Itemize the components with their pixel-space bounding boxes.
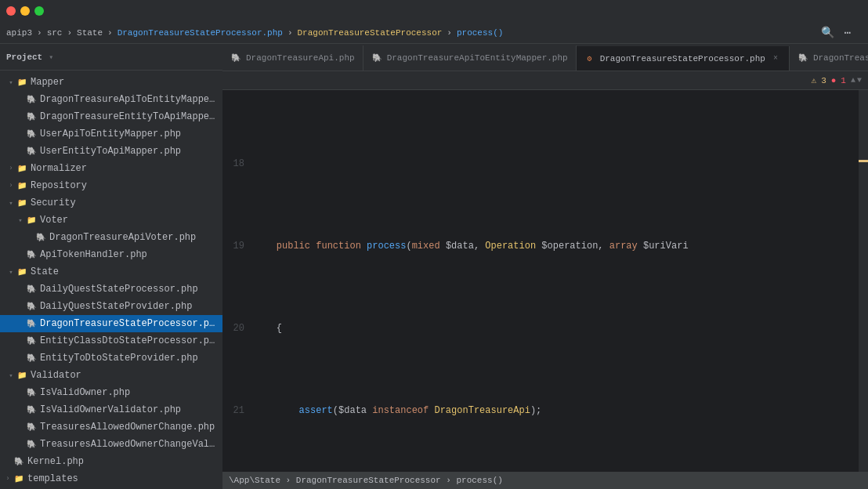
list-item[interactable]: 🐘 EntityToDtoStateProvider.php — [0, 350, 222, 367]
list-item[interactable]: 🐘 DragonTreasureApiToEntityMapper.p — [0, 91, 222, 108]
folder-icon: 📁 — [13, 473, 25, 485]
file-label: UserApiToEntityMapper.php — [40, 129, 181, 139]
list-item[interactable]: 🐘 DragonTreasureEntityToApiMapper.p — [0, 108, 222, 125]
sidebar-item-repository[interactable]: › 📁 Repository — [0, 177, 222, 194]
folder-icon: 📁 — [16, 266, 28, 278]
file-label: EntityClassDtoStateProcessor.php — [40, 335, 219, 346]
navigate-errors[interactable]: ▲ ▼ — [851, 76, 862, 85]
list-item[interactable]: 🐘 UserApiToEntityMapper.php — [0, 125, 222, 143]
tab-entity-mapper[interactable]: 🐘 DragonTreasureApiToEntityMapper.php — [363, 45, 577, 71]
folder-label: Security — [31, 197, 76, 208]
folder-icon: 📁 — [16, 179, 28, 192]
code-editor[interactable]: 18 19 public function process(mixed $dat… — [222, 90, 868, 472]
list-item[interactable]: 🐘 Kernel.php — [0, 453, 222, 470]
error-count: 1 — [841, 76, 846, 85]
sidebar-item-state[interactable]: ▾ 📁 State — [0, 263, 222, 281]
php-icon: 🐘 — [230, 53, 241, 63]
file-label: DailyQuestStateProvider.php — [40, 301, 192, 312]
tab-bar: 🐘 DragonTreasureApi.php 🐘 DragonTreasure… — [222, 44, 868, 71]
tab-dragon-api[interactable]: 🐘 DragonTreasureApi.php — [222, 45, 363, 71]
folder-icon: 📁 — [25, 214, 38, 226]
tab-close-button[interactable]: × — [770, 53, 781, 64]
php-file-icon: 🐘 — [13, 455, 25, 468]
php-file-icon: 🐘 — [25, 110, 38, 123]
editor-area: 🐘 DragonTreasureApi.php 🐘 DragonTreasure… — [222, 44, 868, 489]
project-header: Project ▾ — [0, 44, 222, 71]
folder-label: Validator — [31, 370, 81, 381]
table-row: 19 public function process(mixed $data, … — [222, 238, 859, 255]
list-item[interactable]: 🐘 IsValidOwner.php — [0, 384, 222, 401]
list-item[interactable]: 🐘 TreasuresAllowedOwnerChange.php — [0, 418, 222, 436]
tab-label: DragonTreasureApiToEntityMapper.php — [387, 53, 568, 63]
tab-resource-test[interactable]: 🐘 DragonTreasureResourceTest.php — [790, 45, 868, 71]
list-item[interactable]: 🐘 TreasuresAllowedOwnerChangeValid — [0, 436, 222, 453]
table-row: 21 assert($data instanceof DragonTreasur… — [222, 403, 859, 419]
file-label: TreasuresAllowedOwnerChangeValid — [40, 439, 219, 450]
list-item[interactable]: 🐘 DailyQuestStateProvider.php — [0, 298, 222, 315]
folder-icon: 📁 — [16, 197, 28, 209]
file-label: IsValidOwner.php — [40, 387, 130, 398]
list-item[interactable]: 🐘 UserEntityToApiMapper.php — [0, 143, 222, 160]
list-item[interactable]: 🐘 DragonTreasureApiVoter.php — [0, 229, 222, 246]
sidebar-item-mapper[interactable]: ▾ 📁 Mapper — [0, 74, 222, 91]
breadcrumb: apip3 › src › State › DragonTreasureStat… — [0, 22, 868, 44]
bc-src[interactable]: src — [47, 28, 63, 38]
close-button[interactable] — [6, 6, 16, 16]
warning-marker — [859, 160, 868, 162]
bc-method[interactable]: process() — [457, 28, 503, 38]
project-dropdown-icon[interactable]: ▾ — [49, 53, 53, 62]
error-icon: ● — [831, 76, 837, 85]
list-item[interactable]: 🐘 IsValidOwnerValidator.php — [0, 401, 222, 418]
sidebar-item-normalizer[interactable]: › 📁 Normalizer — [0, 160, 222, 177]
sidebar-item-current-file[interactable]: 🐘 DragonTreasureStateProcessor.php — [0, 315, 222, 332]
arrow-icon: ▾ — [6, 268, 16, 277]
tab-label: DragonTreasureResourceTest.php — [813, 53, 868, 63]
bc-apip3[interactable]: apip3 — [6, 28, 32, 38]
arrow-icon: › — [6, 165, 16, 172]
code-lines: 18 19 public function process(mixed $dat… — [222, 90, 859, 472]
code-content[interactable]: 18 19 public function process(mixed $dat… — [222, 90, 859, 472]
editor-toolbar: ⚠ 3 ● 1 ▲ ▼ — [222, 71, 868, 90]
file-label: IsValidOwnerValidator.php — [40, 404, 181, 415]
list-item[interactable]: 🐘 DailyQuestStateProcessor.php — [0, 281, 222, 298]
php-file-icon: 🐘 — [25, 421, 38, 433]
php-file-icon: 🐘 — [25, 438, 38, 451]
php-file-icon: 🐘 — [25, 335, 38, 347]
bc-class[interactable]: DragonTreasureStateProcessor — [298, 28, 443, 38]
file-label: EntityToDtoStateProvider.php — [40, 353, 198, 364]
arrow-icon: › — [6, 182, 16, 190]
more-options-icon[interactable]: ⋯ — [840, 25, 855, 41]
sidebar-item-validator[interactable]: ▾ 📁 Validator — [0, 367, 222, 384]
php-file-icon: 🐘 — [25, 317, 38, 330]
php-file-icon: 🐘 — [25, 386, 38, 399]
arrow-icon: ▾ — [6, 78, 16, 87]
list-item[interactable]: 🐘 ApiTokenHandler.php — [0, 246, 222, 263]
minimize-button[interactable] — [20, 6, 30, 16]
folder-icon: 📁 — [16, 369, 28, 382]
down-arrow-icon[interactable]: ▼ — [857, 76, 862, 85]
php-test-icon: 🐘 — [797, 53, 808, 63]
maximize-button[interactable] — [34, 6, 44, 16]
bc-file[interactable]: DragonTreasureStateProcessor.php — [118, 28, 283, 38]
php-file-icon: 🐘 — [25, 145, 38, 158]
php-file-icon: 🐘 — [25, 300, 38, 313]
folder-label: Normalizer — [31, 163, 87, 174]
arrow-icon: › — [3, 475, 13, 483]
up-arrow-icon[interactable]: ▲ — [851, 76, 855, 85]
sidebar-item-security[interactable]: ▾ 📁 Security — [0, 194, 222, 212]
arrow-icon: ▾ — [6, 199, 16, 208]
sidebar-item-voter[interactable]: ▾ 📁 Voter — [0, 212, 222, 229]
tab-state-processor[interactable]: ⚙ DragonTreasureStateProcessor.php × — [577, 46, 790, 71]
php-file-icon: 🐘 — [25, 93, 38, 106]
arrow-icon: ▾ — [16, 216, 25, 225]
folder-icon: 📁 — [16, 76, 28, 89]
list-item[interactable]: 🐘 EntityClassDtoStateProcessor.php — [0, 332, 222, 350]
php-file-icon: 🐘 — [25, 404, 38, 416]
bc-state[interactable]: State — [77, 28, 103, 38]
sidebar-item-templates[interactable]: › 📁 templates — [0, 470, 222, 487]
scrollbar[interactable] — [859, 90, 868, 472]
tab-label: DragonTreasureStateProcessor.php — [600, 54, 765, 63]
php-file-icon: 🐘 — [25, 352, 38, 364]
file-label: DragonTreasureStateProcessor.php — [40, 318, 219, 329]
search-icon[interactable]: 🔍 — [819, 25, 835, 41]
